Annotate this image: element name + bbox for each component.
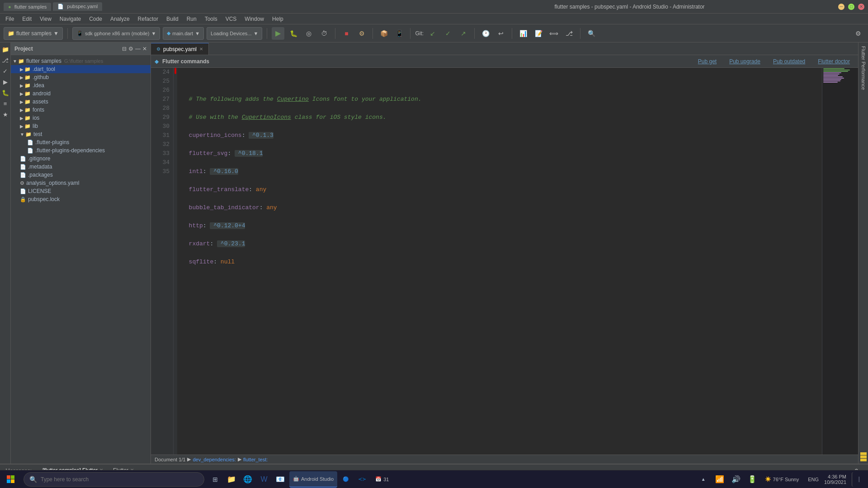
git-commit-button[interactable]: ✓ xyxy=(442,27,454,40)
tree-item-ios[interactable]: ▶ 📁 ios xyxy=(11,114,151,122)
line-num-29: 29 xyxy=(155,113,170,122)
chrome-taskbar[interactable]: 🔵 xyxy=(339,471,353,488)
panel-collapse-icon[interactable]: ⊟ xyxy=(122,46,127,52)
diff-button[interactable]: ⟺ xyxy=(547,27,560,40)
tree-item-lib[interactable]: ▶ 📁 lib xyxy=(11,122,151,130)
pub-outdated-button[interactable]: Pub outdated xyxy=(769,57,810,66)
file-explorer-button[interactable]: 📁 xyxy=(224,472,239,487)
device-selector[interactable]: 📱 sdk gphone x86 arm (mobile) ▼ xyxy=(72,27,160,40)
menu-navigate[interactable]: Navigate xyxy=(56,15,85,23)
title-tab-flutter[interactable]: ● flutter samples xyxy=(4,3,51,11)
branch-button[interactable]: ⎇ xyxy=(563,27,576,40)
sidebar-commit-icon[interactable]: ✓ xyxy=(0,66,10,76)
loading-devices-button[interactable]: Loading Devices... ▼ xyxy=(207,27,262,40)
tree-root[interactable]: ▼ 📁 flutter samples G:\flutter samples xyxy=(11,57,151,65)
menu-run[interactable]: Run xyxy=(183,15,200,23)
tree-item-pubspec-lock[interactable]: 🔒 pubspec.lock xyxy=(11,195,151,203)
tree-item-test[interactable]: ▼ 📁 test xyxy=(11,130,151,138)
tree-item-metadata[interactable]: 📄 .metadata xyxy=(11,163,151,171)
taskbar-search[interactable]: 🔍 xyxy=(24,472,204,487)
history-button[interactable]: 🕐 xyxy=(479,27,492,40)
tree-item-assets[interactable]: ▶ 📁 assets xyxy=(11,98,151,106)
tree-item-flutter-plugins-dep[interactable]: 📄 .flutter-plugins-dependencies xyxy=(11,146,151,155)
outlook-button[interactable]: 📧 xyxy=(273,472,288,487)
sdk-manager-button[interactable]: 📦 xyxy=(377,27,390,40)
vscode-taskbar[interactable]: ≺≻ xyxy=(354,471,370,488)
run-button[interactable]: ▶ xyxy=(272,27,284,40)
menu-analyze[interactable]: Analyze xyxy=(107,15,133,23)
tree-item-analysis-options[interactable]: ⚙ analysis_options.yaml xyxy=(11,179,151,187)
sidebar-favorites-icon[interactable]: ★ xyxy=(0,109,10,119)
minimize-button[interactable]: ─ xyxy=(838,4,844,10)
debug-button[interactable]: 🐛 xyxy=(287,27,300,40)
start-button[interactable] xyxy=(2,471,20,488)
menu-view[interactable]: View xyxy=(36,15,55,23)
sidebar-vcs-icon[interactable]: ⎇ xyxy=(0,55,10,65)
android-studio-taskbar[interactable]: 🤖 Android Studio xyxy=(289,471,337,488)
menu-tools[interactable]: Tools xyxy=(201,15,221,23)
tree-item-dart-tool[interactable]: ▶ 📁 .dart_tool xyxy=(11,65,151,73)
tree-item-license[interactable]: 📄 LICENSE xyxy=(11,187,151,195)
search-everywhere-button[interactable]: 🔍 xyxy=(585,27,598,40)
clock[interactable]: 4:36 PM 10/9/2021 xyxy=(824,474,846,485)
coverage-button[interactable]: ◎ xyxy=(302,27,315,40)
battery-icon[interactable]: 🔋 xyxy=(745,472,760,487)
show-desktop-button[interactable]: │ xyxy=(852,472,866,487)
git-update-button[interactable]: ↙ xyxy=(426,27,439,40)
sidebar-run-icon[interactable]: ▶ xyxy=(0,77,10,87)
menu-code[interactable]: Code xyxy=(85,15,106,23)
up-arrow-icon[interactable]: ▲ xyxy=(696,472,711,487)
maximize-button[interactable]: □ xyxy=(848,4,854,10)
tree-item-fonts[interactable]: ▶ 📁 fonts xyxy=(11,106,151,114)
right-sidebar-flutter-perf[interactable]: Flutter Performance xyxy=(860,44,867,92)
project-dropdown[interactable]: 📁 flutter samples ▼ xyxy=(4,27,63,40)
weather-button[interactable]: ☀️ 76°F Sunny xyxy=(761,471,803,488)
tree-item-android[interactable]: ▶ 📁 android xyxy=(11,89,151,98)
sidebar-structure-icon[interactable]: ≡ xyxy=(0,99,10,108)
title-tab-pubspec[interactable]: 📄 pubspec.yaml xyxy=(53,2,102,11)
close-button[interactable]: ✕ xyxy=(858,4,864,10)
revert-button[interactable]: ↩ xyxy=(495,27,507,40)
menu-vcs[interactable]: VCS xyxy=(222,15,241,23)
menu-build[interactable]: Build xyxy=(163,15,182,23)
network-icon[interactable]: 📶 xyxy=(712,472,727,487)
panel-gear-icon[interactable]: — xyxy=(135,46,141,52)
editor-tab-pubspec[interactable]: ⚙ pubspec.yaml ✕ xyxy=(151,43,209,55)
run-config-dropdown[interactable]: ◆ main.dart ▼ xyxy=(163,27,204,40)
sidebar-debug-icon[interactable]: 🐛 xyxy=(0,88,10,98)
menu-help[interactable]: Help xyxy=(269,15,287,23)
language-button[interactable]: ENG xyxy=(804,471,822,488)
settings-button[interactable]: ⚙ xyxy=(852,27,864,40)
sidebar-project-icon[interactable]: 📁 xyxy=(0,44,10,54)
code-content[interactable]: # The following adds the Cupertino Icons… xyxy=(177,68,822,455)
menu-window[interactable]: Window xyxy=(241,15,268,23)
task-view-button[interactable]: ⊞ xyxy=(208,472,222,487)
menu-edit[interactable]: Edit xyxy=(19,15,35,23)
tab-close-pubspec[interactable]: ✕ xyxy=(199,47,203,52)
menu-refactor[interactable]: Refactor xyxy=(134,15,162,23)
search-input[interactable] xyxy=(41,476,198,483)
edge-button[interactable]: 🌐 xyxy=(241,472,255,487)
tree-item-packages[interactable]: 📄 .packages xyxy=(11,171,151,179)
tree-item-gitignore[interactable]: 📄 .gitignore xyxy=(11,155,151,163)
tree-item-flutter-plugins[interactable]: 📄 .flutter-plugins xyxy=(11,138,151,146)
tree-item-idea[interactable]: ▶ 📁 .idea xyxy=(11,81,151,89)
build-button[interactable]: ⚙ xyxy=(355,27,368,40)
pub-upgrade-button[interactable]: Pub upgrade xyxy=(725,57,765,66)
git-push-button[interactable]: ↗ xyxy=(457,27,470,40)
word-button[interactable]: W xyxy=(257,472,271,487)
stop-button[interactable]: ■ xyxy=(340,27,353,40)
panel-close-icon[interactable]: ✕ xyxy=(142,46,147,52)
code-editor[interactable]: 24 25 26 27 28 29 30 31 32 33 34 35 # Th… xyxy=(151,68,858,455)
avd-manager-button[interactable]: 📱 xyxy=(393,27,406,40)
menu-file[interactable]: File xyxy=(2,15,18,23)
volume-icon[interactable]: 🔊 xyxy=(729,472,743,487)
pub-get-button[interactable]: Pub get xyxy=(693,57,721,66)
git-log-button[interactable]: 📊 xyxy=(517,27,529,40)
panel-settings-icon[interactable]: ⚙ xyxy=(128,46,133,52)
annotate-button[interactable]: 📝 xyxy=(532,27,545,40)
flutter-doctor-button[interactable]: Flutter doctor xyxy=(813,57,854,66)
profile-button[interactable]: ⏱ xyxy=(318,27,330,40)
calendar-taskbar[interactable]: 📅 31 xyxy=(372,471,392,488)
tree-item-github[interactable]: ▶ 📁 .github xyxy=(11,73,151,81)
